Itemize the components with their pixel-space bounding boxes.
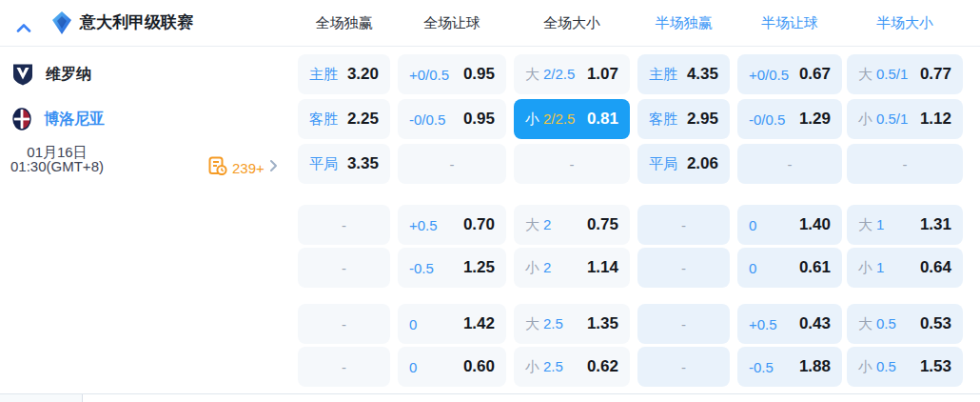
odds-cell[interactable]: 大2 0.75	[514, 205, 630, 245]
odds-cell-selected[interactable]: 小2/2.5 0.81	[514, 99, 630, 139]
odds-label: 大1	[858, 216, 884, 234]
odds-cell[interactable]: 大1 1.31	[847, 205, 963, 245]
odds-value: 3.20	[347, 65, 379, 84]
odds-cell[interactable]: 大0.5 0.53	[847, 304, 963, 344]
team-name-home: 维罗纳	[46, 65, 91, 85]
chevron-right-icon	[269, 159, 278, 176]
odds-label: +0/0.5	[749, 67, 789, 83]
odds-value: 2.06	[687, 154, 718, 173]
odds-cell[interactable]: 主胜 4.35	[637, 54, 730, 94]
odds-label: +0.5	[409, 217, 438, 233]
more-odds-count: 239+	[232, 160, 265, 176]
col-header-half-handicap[interactable]: 半场让球	[737, 0, 842, 46]
col-header-full-handicap[interactable]: 全场让球	[398, 0, 506, 46]
chevron-up-icon[interactable]	[16, 19, 31, 36]
empty-odds-dash: -	[681, 217, 686, 233]
col-header-half-overunder[interactable]: 半场大小	[847, 0, 963, 46]
more-odds-button[interactable]: 239+	[208, 156, 278, 179]
odds-value: 0.81	[587, 110, 618, 129]
empty-odds-dash: -	[681, 260, 686, 276]
odds-label: 大2	[525, 216, 551, 234]
odds-cell[interactable]: 0 0.61	[737, 248, 842, 288]
odds-value: 2.95	[687, 110, 718, 129]
odds-cell-empty: -	[847, 144, 963, 184]
odds-value: 1.35	[587, 314, 618, 333]
odds-cell-empty: -	[514, 144, 630, 184]
odds-value: 0.60	[463, 357, 495, 376]
section-divider	[0, 393, 980, 394]
odds-cell[interactable]: 0 0.60	[398, 347, 506, 387]
odds-label: 小2/2.5	[525, 111, 575, 129]
odds-cell[interactable]: +0/0.5 0.67	[737, 54, 842, 94]
empty-odds-dash: -	[342, 359, 346, 375]
odds-cell[interactable]: 大0.5/1 0.77	[847, 54, 963, 94]
odds-cell-empty: -	[298, 205, 390, 245]
odds-label: 0	[749, 217, 756, 233]
odds-cell[interactable]: 客胜 2.25	[298, 99, 390, 139]
odds-cell[interactable]: 小1 0.64	[847, 248, 963, 288]
odds-value: 2.25	[347, 110, 379, 129]
match-kickoff: 01:30(GMT+8)	[2, 159, 112, 173]
odds-cell[interactable]: 小2 1.14	[514, 248, 630, 288]
odds-cell[interactable]: 客胜 2.95	[637, 99, 730, 139]
col-header-full-overunder[interactable]: 全场大小	[514, 0, 630, 46]
odds-value: 1.29	[799, 110, 831, 129]
odds-cell[interactable]: 小0.5/1 1.12	[847, 99, 963, 139]
odds-cell[interactable]: 主胜 3.20	[298, 54, 390, 94]
odds-value: 0.95	[463, 65, 495, 84]
odds-cell-empty: -	[298, 304, 390, 344]
empty-odds-dash: -	[450, 156, 455, 172]
odds-label: 客胜	[649, 111, 677, 129]
odds-value: 0.62	[587, 357, 618, 376]
odds-cell[interactable]: 小0.5 1.53	[847, 347, 963, 387]
odds-value: 1.31	[920, 215, 951, 234]
team-row-home[interactable]: 维罗纳	[0, 54, 298, 94]
odds-cell[interactable]: 大2.5 1.35	[514, 304, 630, 344]
team-name-away: 博洛尼亚	[44, 110, 105, 130]
odds-panel: 意大利甲级联赛 2 全场独赢 全场让球 全场大小 半场独赢 半场让球 半场大小 …	[0, 0, 980, 402]
odds-cell[interactable]: 0 1.40	[737, 205, 842, 245]
odds-cell-empty: -	[298, 248, 390, 288]
next-section-corner	[0, 394, 82, 402]
odds-cell[interactable]: 平局 3.35	[298, 144, 390, 184]
odds-cell[interactable]: 大2/2.5 1.07	[514, 54, 630, 94]
odds-cell[interactable]: 平局 2.06	[637, 144, 730, 184]
odds-value: 3.35	[347, 154, 379, 173]
odds-cell[interactable]: +0/0.5 0.95	[398, 54, 506, 94]
col-header-half-win[interactable]: 半场独赢	[637, 0, 730, 46]
empty-odds-dash: -	[681, 359, 686, 375]
league-header: 意大利甲级联赛 2 全场独赢 全场让球 全场大小 半场独赢 半场让球 半场大小	[0, 0, 980, 47]
col-header-full-win[interactable]: 全场独赢	[298, 0, 390, 46]
odds-label: 大0.5	[858, 315, 896, 333]
odds-label: -0.5	[749, 359, 774, 375]
odds-cell[interactable]: +0.5 0.43	[737, 304, 842, 344]
empty-odds-dash: -	[681, 316, 686, 332]
odds-value: 0.53	[920, 314, 951, 333]
next-section-divider	[82, 394, 83, 402]
odds-label: +0.5	[749, 316, 777, 332]
odds-cell-empty: -	[398, 144, 506, 184]
odds-cell-empty: -	[637, 205, 730, 245]
odds-cell[interactable]: +0.5 0.70	[398, 205, 506, 245]
odds-value: 1.07	[587, 65, 618, 84]
odds-label: 大2.5	[525, 315, 563, 333]
odds-label: 小2.5	[525, 358, 563, 376]
odds-label: 大2/2.5	[525, 66, 575, 84]
odds-value: 1.88	[799, 357, 831, 376]
odds-cell[interactable]: 小2.5 0.62	[514, 347, 630, 387]
odds-value: 1.12	[920, 110, 951, 129]
odds-cell[interactable]: -0.5 1.88	[737, 347, 842, 387]
odds-label: 小2	[525, 259, 551, 277]
odds-cell[interactable]: -0.5 1.25	[398, 248, 506, 288]
empty-odds-dash: -	[570, 156, 575, 172]
serie-a-logo-icon	[52, 11, 71, 38]
odds-value: 4.35	[687, 65, 718, 84]
odds-cell-empty: -	[637, 347, 730, 387]
odds-cell[interactable]: -0/0.5 0.95	[398, 99, 506, 139]
odds-label: 0	[749, 260, 756, 276]
team-row-away[interactable]: 博洛尼亚	[0, 99, 298, 139]
odds-cell[interactable]: -0/0.5 1.29	[737, 99, 842, 139]
odds-value: 0.67	[799, 65, 831, 84]
odds-label: +0/0.5	[409, 67, 449, 83]
odds-cell[interactable]: 0 1.42	[398, 304, 506, 344]
